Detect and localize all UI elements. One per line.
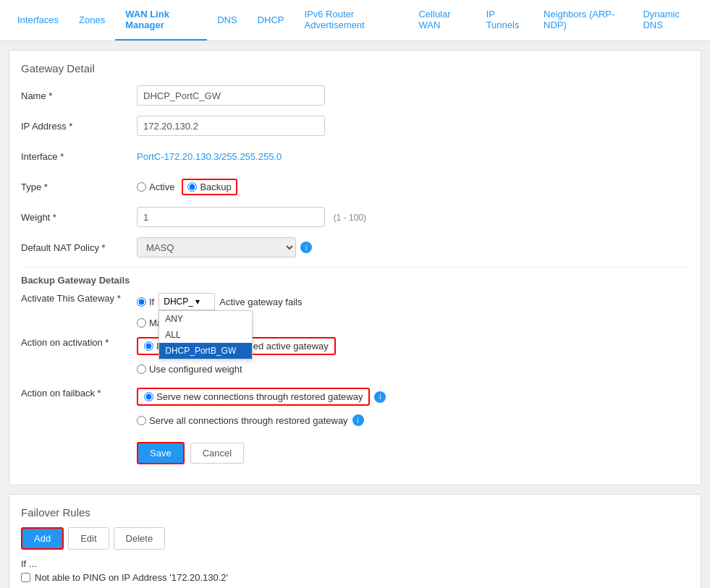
name-value — [137, 85, 689, 106]
ip-value — [137, 116, 689, 136]
activate-if-row: If DHCP_ ▾ ANY ALL DHCP_PortB_GW Active … — [137, 293, 302, 310]
failover-rule-checkbox[interactable] — [21, 573, 30, 582]
interface-link[interactable]: PortC-172.20.130.3/255.255.255.0 — [137, 151, 282, 162]
nat-select[interactable]: MASQ None Custom — [137, 237, 296, 257]
failover-rules-title: Failover Rules — [21, 506, 689, 519]
name-label: Name * — [21, 90, 137, 101]
failback-serve-all-radio[interactable] — [137, 416, 146, 425]
action-use-weight-radio[interactable] — [137, 365, 146, 374]
failback-serve-new-option[interactable]: Serve new connections through restored g… — [137, 388, 370, 406]
nat-value: MASQ None Custom i — [137, 237, 689, 257]
type-active-option[interactable]: Active — [137, 182, 174, 192]
nat-label: Default NAT Policy * — [21, 242, 137, 253]
type-row: Type * Active Backup — [21, 176, 689, 197]
failback-serve-all-info-icon[interactable]: i — [352, 414, 364, 426]
action-failback-label: Action on failback * — [21, 388, 101, 399]
top-nav: Interfaces Zones WAN Link Manager DNS DH… — [0, 0, 710, 41]
nav-dhcp[interactable]: DHCP — [248, 6, 295, 35]
ip-row: IP Address * — [21, 115, 689, 137]
nav-neighbors[interactable]: Neighbors (ARP-NDP) — [533, 0, 633, 41]
nav-ipv6-router[interactable]: IPv6 Router Advertisement — [295, 0, 409, 41]
nav-interfaces[interactable]: Interfaces — [7, 6, 69, 35]
type-active-label: Active — [149, 182, 174, 192]
activate-dropdown-container: DHCP_ ▾ ANY ALL DHCP_PortB_GW — [159, 293, 215, 310]
activate-if-label: If — [149, 297, 154, 307]
dropdown-option-all[interactable]: ALL — [159, 327, 252, 343]
weight-hint: (1 - 100) — [334, 213, 366, 223]
failback-serve-new-info-icon[interactable]: i — [374, 391, 386, 403]
action-use-weight-row: Use configured weight — [137, 364, 242, 375]
failover-if-line: If ... — [21, 558, 689, 569]
failover-delete-button[interactable]: Delete — [114, 527, 166, 550]
nav-dns[interactable]: DNS — [207, 6, 247, 35]
weight-label: Weight * — [21, 212, 137, 223]
activate-dropdown-value: DHCP_ — [164, 297, 193, 307]
failover-rules-card: Failover Rules Add Edit Delete If ... No… — [9, 494, 701, 588]
failover-edit-button[interactable]: Edit — [68, 527, 109, 550]
type-backup-option[interactable]: Backup — [182, 179, 237, 195]
activate-suffix: Active gateway fails — [219, 297, 302, 307]
failback-serve-all-row: Serve all connections through restored g… — [137, 414, 364, 426]
gateway-detail-card: Gateway Detail Name * IP Address * Inter… — [9, 50, 701, 485]
weight-row: Weight * (1 - 100) — [21, 206, 689, 228]
failback-serve-new-radio[interactable] — [144, 392, 153, 401]
type-backup-label: Backup — [200, 182, 231, 192]
failover-buttons: Add Edit Delete — [21, 527, 689, 550]
weight-input[interactable] — [137, 207, 325, 227]
failover-if-label: If ... — [21, 558, 37, 569]
failback-serve-new-label: Serve new connections through restored g… — [156, 391, 363, 402]
activate-if-radio[interactable] — [137, 297, 146, 307]
action-use-weight-option[interactable]: Use configured weight — [137, 364, 242, 375]
action-inherit-radio[interactable] — [144, 341, 153, 351]
action-activation-label: Action on activation * — [21, 337, 109, 348]
failover-rule: If ... Not able to PING on IP Address '1… — [21, 558, 689, 588]
action-use-weight-label: Use configured weight — [149, 364, 242, 375]
interface-row: Interface * PortC-172.20.130.3/255.255.2… — [21, 145, 689, 167]
ip-label: IP Address * — [21, 121, 137, 132]
failover-checkbox-row: Not able to PING on IP Address '172.20.1… — [21, 572, 689, 583]
type-backup-radio[interactable] — [187, 182, 197, 192]
name-row: Name * — [21, 85, 689, 106]
activate-dropdown-btn[interactable]: DHCP_ ▾ — [159, 293, 215, 310]
activate-map-radio[interactable] — [137, 318, 146, 328]
nav-wan-link-manager[interactable]: WAN Link Manager — [115, 0, 207, 41]
cancel-button[interactable]: Cancel — [190, 443, 244, 464]
failback-serve-all-option[interactable]: Serve all connections through restored g… — [137, 415, 348, 426]
save-button[interactable]: Save — [137, 442, 185, 464]
gateway-detail-title: Gateway Detail — [21, 62, 689, 74]
action-failback-row: Action on failback * Serve new connectio… — [21, 388, 689, 430]
failback-serve-new-row: Serve new connections through restored g… — [137, 388, 386, 406]
activate-label: Activate This Gateway * — [21, 293, 121, 304]
nav-ip-tunnels[interactable]: IP Tunnels — [476, 0, 533, 41]
nav-dynamic-dns[interactable]: Dynamic DNS — [633, 0, 703, 41]
backup-section-title: Backup Gateway Details — [21, 267, 689, 286]
activate-row: Activate This Gateway * If DHCP_ ▾ ANY A… — [21, 293, 689, 328]
nav-zones[interactable]: Zones — [69, 6, 115, 35]
weight-value: (1 - 100) — [137, 207, 689, 227]
failover-rule-text: Not able to PING on IP Address '172.20.1… — [35, 572, 228, 583]
type-label: Type * — [21, 182, 137, 192]
action-activation-row: Action on activation * Inherit weight of… — [21, 337, 689, 379]
form-actions: Save Cancel — [21, 442, 689, 464]
nat-info-icon[interactable]: i — [300, 242, 312, 253]
dropdown-option-dhcp-portb[interactable]: DHCP_PortB_GW — [159, 343, 252, 359]
nat-row: Default NAT Policy * MASQ None Custom i — [21, 237, 689, 258]
activate-if-option[interactable]: If — [137, 297, 154, 307]
type-active-radio[interactable] — [137, 182, 146, 192]
interface-label: Interface * — [21, 151, 137, 162]
interface-value: PortC-172.20.130.3/255.255.255.0 — [137, 151, 689, 162]
dropdown-option-any[interactable]: ANY — [159, 311, 252, 327]
nav-cellular-wan[interactable]: Cellular WAN — [408, 0, 476, 41]
chevron-down-icon: ▾ — [195, 297, 200, 307]
failover-add-button[interactable]: Add — [21, 527, 64, 550]
ip-input[interactable] — [137, 116, 325, 136]
type-options: Active Backup — [137, 179, 689, 195]
name-input[interactable] — [137, 85, 325, 106]
activate-dropdown-menu: ANY ALL DHCP_PortB_GW — [159, 310, 253, 359]
failback-serve-all-label: Serve all connections through restored g… — [149, 415, 348, 426]
main-content: Gateway Detail Name * IP Address * Inter… — [0, 41, 710, 588]
